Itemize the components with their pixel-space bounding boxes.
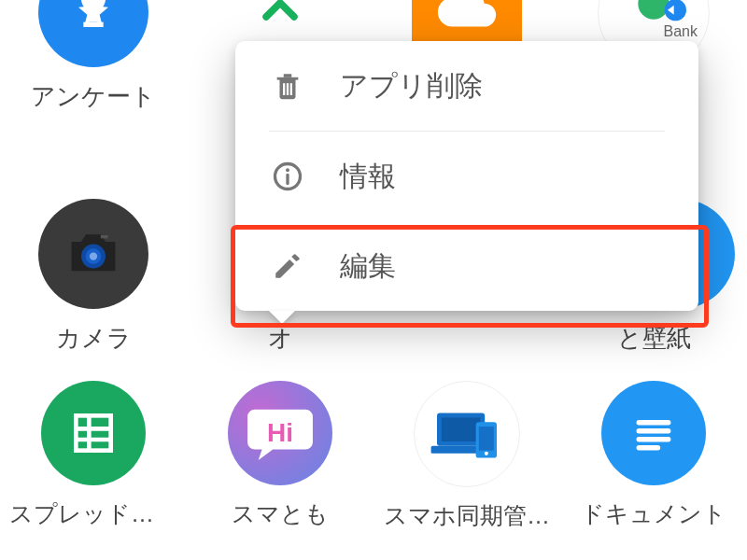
info-icon: [269, 158, 306, 195]
app-label: オ: [268, 322, 293, 355]
menu-item-label: 情報: [340, 158, 396, 196]
svg-point-30: [286, 168, 289, 172]
svg-point-2: [638, 0, 669, 20]
sheets-icon: [41, 381, 146, 485]
svg-rect-26: [287, 83, 289, 95]
svg-rect-19: [479, 427, 494, 451]
app-label: スプレッドシ…: [9, 498, 177, 529]
menu-item-edit[interactable]: 編集: [235, 221, 698, 311]
menu-pointer: [269, 311, 295, 324]
app-docs[interactable]: ドキュメント: [560, 364, 747, 546]
app-label: スマホ同期管…: [384, 500, 550, 531]
trophy-icon: [38, 0, 148, 67]
laptop-phone-icon: [414, 381, 520, 487]
app-survey[interactable]: アンケート: [0, 0, 187, 182]
app-label: アンケート: [31, 80, 156, 113]
softbank-text: Bank: [664, 23, 698, 40]
svg-rect-25: [283, 83, 285, 95]
app-sheets[interactable]: スプレッドシ…: [0, 364, 187, 546]
svg-point-6: [90, 252, 97, 259]
svg-rect-0: [89, 12, 99, 22]
menu-item-label: 編集: [340, 247, 396, 286]
menu-item-label: アプリ削除: [340, 67, 483, 105]
svg-rect-11: [76, 415, 110, 450]
svg-rect-27: [290, 83, 292, 95]
app-camera[interactable]: カメラ: [0, 182, 187, 364]
app-label: と壁紙: [617, 322, 691, 355]
app-sumatomo[interactable]: Hi スマとも: [187, 364, 374, 546]
menu-item-info[interactable]: 情報: [235, 132, 698, 221]
camera-icon: [38, 199, 148, 309]
trash-icon: [269, 67, 306, 105]
svg-rect-16: [442, 417, 481, 441]
context-menu: アプリ削除 情報 編集: [235, 41, 698, 311]
app-phonesync[interactable]: スマホ同期管…: [374, 364, 560, 546]
app-label: スマとも: [232, 498, 329, 529]
hi-speech-icon: Hi: [228, 381, 332, 485]
menu-item-delete[interactable]: アプリ削除: [235, 41, 698, 131]
hi-text: Hi: [267, 418, 293, 448]
app-label: ドキュメント: [581, 498, 726, 529]
app-label: カメラ: [56, 322, 132, 355]
docs-icon: [601, 381, 706, 485]
svg-point-20: [485, 452, 488, 455]
pencil-icon: [269, 247, 306, 285]
svg-rect-7: [101, 235, 108, 238]
svg-rect-1: [83, 22, 103, 27]
svg-point-3: [665, 0, 686, 21]
